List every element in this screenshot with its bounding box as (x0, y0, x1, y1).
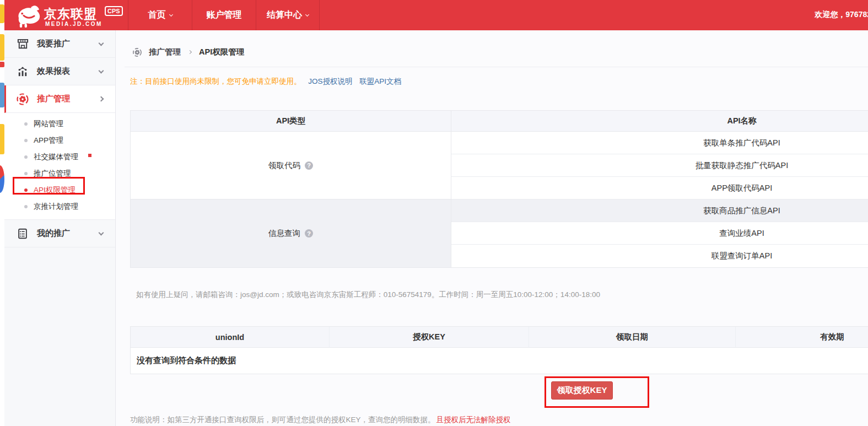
chevron-right-icon (188, 50, 192, 54)
nav-item-label: 首页 (148, 9, 166, 21)
jd-dog-mascot-icon (12, 4, 42, 28)
note-text: 注：目前接口使用尚未限制，您可免申请立即使用。 (130, 77, 301, 85)
left-edge-icon-fragment (0, 34, 4, 61)
auth-key-table: unionId 授权KEY 领取日期 有效期 没有查询到符合条件的数据 (130, 326, 868, 374)
red-dot-badge (88, 154, 91, 157)
sidebar-item-label: 效果报表 (37, 66, 70, 77)
sidebar-subitem-jingtui-plan[interactable]: 京推计划管理 (4, 198, 115, 215)
api-table: API类型 API名称 领取代码 ? 信息查询 ? 获取单条推广代码API 批量… (130, 110, 868, 268)
nav-item-home[interactable]: 首页 (128, 0, 192, 30)
logo-subtitle: MEDIA.JD.COM (45, 21, 103, 27)
api-table-row: 获取商品推广信息API (451, 199, 868, 222)
help-icon[interactable]: ? (305, 161, 313, 170)
sidebar-item-label: 推广管理 (37, 94, 70, 104)
nav-item-settlement[interactable]: 结算中心 (256, 0, 320, 30)
get-auth-key-button[interactable]: 领取授权KEY (551, 381, 613, 400)
jos-auth-link[interactable]: JOS授权说明 (308, 77, 352, 85)
left-edge-icon-fragment (0, 165, 4, 193)
subitem-label: 社交媒体管理 (34, 152, 78, 162)
left-edge-icon-fragment (0, 62, 4, 67)
api-table-row: 批量获取静态推广代码API (451, 154, 868, 177)
breadcrumb-divider (125, 67, 868, 67)
cps-badge: CPS (105, 6, 123, 16)
sidebar: 我要推广 效果报表 推广管理 (4, 30, 116, 426)
sidebar-item-promote[interactable]: 我要推广 (4, 30, 115, 58)
chevron-down-icon (99, 230, 104, 235)
nav-item-label: 结算中心 (267, 9, 302, 21)
sidebar-item-reports[interactable]: 效果报表 (4, 58, 115, 85)
api-group-get-code: 领取代码 ? (131, 132, 451, 199)
chevron-down-icon (99, 68, 104, 73)
api-group-label: 信息查询 (268, 228, 300, 239)
feature-description-text: 功能说明：如第三方开通接口查询权限后，则可通过您提供的授权KEY，查询您的明细数… (130, 416, 435, 424)
store-icon (16, 37, 29, 50)
key-table-header-key: 授权KEY (330, 327, 529, 348)
chart-icon (16, 65, 29, 78)
subitem-label: APP管理 (34, 136, 63, 145)
api-table-row: 获取单条推广代码API (451, 132, 868, 154)
key-table-header-unionid: unionId (131, 327, 330, 348)
usage-note: 注：目前接口使用尚未限制，您可免申请立即使用。 JOS授权说明 联盟API文档 (130, 77, 401, 87)
jd-union-logo[interactable]: 京东联盟 CPS MEDIA.JD.COM (10, 3, 126, 28)
bullet-icon (24, 139, 28, 142)
bullet-icon (24, 188, 28, 192)
empty-data-message: 没有查询到符合条件的数据 (131, 348, 868, 374)
help-icon[interactable]: ? (305, 229, 313, 238)
promotion-submenu: 网站管理 APP管理 社交媒体管理 推广位管理 API权限管理 京推计划管理 (4, 113, 115, 220)
chevron-down-icon (99, 40, 104, 46)
subitem-label: 推广位管理 (34, 169, 71, 179)
left-edge-icon-fragment (0, 124, 4, 154)
subitem-label: 京推计划管理 (34, 202, 78, 212)
sidebar-item-label: 我的推广 (37, 228, 70, 239)
sidebar-item-label: 我要推广 (37, 39, 70, 49)
breadcrumb-parent[interactable]: 推广管理 (149, 47, 181, 57)
chevron-down-icon (169, 12, 172, 16)
bullet-icon (24, 172, 28, 175)
bullet-icon (24, 155, 28, 159)
key-table-header-date: 领取日期 (529, 327, 736, 348)
left-edge-icon-fragment (0, 4, 4, 23)
top-navigation: 首页 账户管理 结算中心 (128, 0, 320, 30)
gear-icon (132, 47, 142, 57)
chevron-right-icon (99, 96, 104, 102)
api-table-row: APP领取代码API (451, 177, 868, 199)
feature-description: 功能说明：如第三方开通接口查询权限后，则可通过您提供的授权KEY，查询您的明细数… (130, 415, 511, 425)
subitem-label: 网站管理 (34, 119, 63, 129)
sidebar-filler (4, 247, 115, 405)
sidebar-item-my-promotion[interactable]: 我的推广 (4, 220, 115, 247)
bullet-icon (24, 205, 28, 208)
sidebar-subitem-api-permission[interactable]: API权限管理 (4, 182, 115, 198)
top-header-bar: 京东联盟 CPS MEDIA.JD.COM 首页 账户管理 结算中心 欢迎您，9… (4, 0, 868, 30)
sidebar-subitem-ad-position[interactable]: 推广位管理 (4, 165, 115, 182)
main-content: 推广管理 API权限管理 注：目前接口使用尚未限制，您可免申请立即使用。 JOS… (116, 30, 868, 426)
api-table-header-type: API类型 (131, 111, 451, 132)
document-icon (16, 228, 29, 240)
api-group-info-query: 信息查询 ? (131, 199, 451, 267)
api-table-header-name: API名称 (451, 111, 868, 132)
left-edge-icon-fragment (0, 83, 4, 107)
sidebar-subitem-social-media[interactable]: 社交媒体管理 (4, 149, 115, 165)
api-table-row: 查询业绩API (451, 222, 868, 245)
api-group-label: 领取代码 (268, 160, 300, 171)
sidebar-subitem-website[interactable]: 网站管理 (4, 116, 115, 132)
welcome-user-text: 欢迎您，976782 (815, 10, 868, 20)
key-table-header-validity: 有效期 (736, 327, 868, 348)
chevron-down-icon (305, 12, 309, 16)
bullet-icon (24, 122, 28, 126)
nav-item-label: 账户管理 (207, 9, 242, 21)
nav-item-account[interactable]: 账户管理 (192, 0, 256, 30)
breadcrumb-current: API权限管理 (199, 47, 244, 57)
left-edge-strip (0, 0, 4, 426)
subitem-label: API权限管理 (34, 185, 76, 195)
logo-title: 京东联盟 (44, 6, 97, 23)
union-api-doc-link[interactable]: 联盟API文档 (359, 77, 401, 85)
api-table-row: 联盟查询订单API (451, 245, 868, 267)
sidebar-item-promotion-management[interactable]: 推广管理 (4, 85, 115, 113)
gear-icon (16, 93, 29, 106)
breadcrumb: 推广管理 API权限管理 (132, 47, 244, 57)
contact-info-text: 如有使用上疑问，请邮箱咨询：jos@jd.com；或致电咨询京东宙斯工程师：01… (136, 290, 600, 300)
sidebar-subitem-app[interactable]: APP管理 (4, 132, 115, 149)
feature-description-warning: 且授权后无法解除授权 (436, 416, 511, 424)
